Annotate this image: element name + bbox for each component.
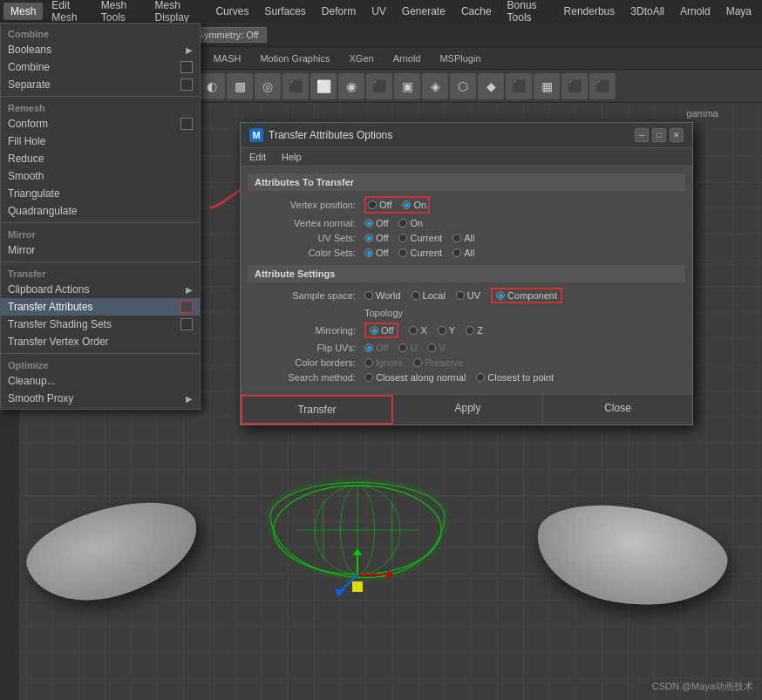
- uv-sets-off[interactable]: Off: [364, 233, 388, 243]
- radio-vertex-pos-off[interactable]: [368, 200, 377, 209]
- radio-mirror-x[interactable]: [409, 326, 418, 335]
- radio-color-current[interactable]: [398, 248, 407, 257]
- menu-generate[interactable]: Generate: [395, 3, 452, 20]
- shelf-icon-21[interactable]: ⬛: [561, 73, 588, 99]
- shelf-icon-8[interactable]: ◐: [199, 73, 225, 99]
- sample-uv[interactable]: UV: [456, 290, 480, 301]
- menu-item-smooth[interactable]: Smooth: [1, 167, 200, 185]
- radio-flip-off[interactable]: [364, 343, 373, 352]
- radio-color-off[interactable]: [364, 248, 373, 257]
- shelf-icon-15[interactable]: ▣: [394, 73, 420, 99]
- color-borders-ignore[interactable]: Ignore: [364, 357, 403, 368]
- tab-xgen[interactable]: XGen: [341, 51, 383, 66]
- shelf-icon-17[interactable]: ⬡: [450, 73, 476, 99]
- transfer-button[interactable]: Transfer: [241, 395, 393, 425]
- dialog-close-btn[interactable]: ✕: [670, 128, 684, 142]
- radio-sample-component[interactable]: [496, 291, 505, 300]
- radio-search-point[interactable]: [476, 373, 485, 382]
- shelf-icon-20[interactable]: ▦: [534, 73, 560, 99]
- transfer-shading-checkbox[interactable]: [180, 318, 193, 330]
- menu-item-cleanup[interactable]: Cleanup...: [1, 372, 200, 390]
- menu-arnold[interactable]: Arnold: [673, 3, 718, 20]
- menu-item-separate[interactable]: Separate: [1, 76, 200, 93]
- tab-mash[interactable]: MASH: [205, 51, 250, 66]
- dialog-maximize-btn[interactable]: □: [652, 128, 666, 142]
- color-borders-preserve[interactable]: Preserve: [413, 357, 463, 368]
- close-button[interactable]: Close: [543, 395, 692, 425]
- radio-color-all[interactable]: [452, 248, 461, 257]
- menu-item-conform[interactable]: Conform: [1, 115, 200, 133]
- radio-vertex-norm-on[interactable]: [398, 219, 407, 228]
- shelf-icon-14[interactable]: ⬛: [366, 73, 392, 99]
- menu-curves[interactable]: Curves: [208, 3, 255, 20]
- dialog-menu-help[interactable]: Help: [278, 150, 305, 164]
- tab-arnold[interactable]: Arnold: [384, 51, 430, 66]
- tab-motion-graphics[interactable]: Motion Graphics: [251, 51, 338, 66]
- flip-uvs-off[interactable]: Off: [364, 343, 388, 353]
- radio-flip-v[interactable]: [427, 343, 436, 352]
- radio-sample-local[interactable]: [412, 291, 420, 300]
- menu-mesh[interactable]: Mesh: [3, 3, 43, 20]
- menu-maya[interactable]: Maya: [719, 3, 759, 20]
- shelf-icon-12[interactable]: ⬜: [310, 73, 337, 99]
- sample-local[interactable]: Local: [412, 290, 446, 301]
- search-closest-normal[interactable]: Closest along normal: [364, 372, 466, 383]
- flip-uvs-u[interactable]: U: [398, 343, 417, 353]
- mirror-z[interactable]: Z: [466, 325, 483, 336]
- menu-cache[interactable]: Cache: [454, 3, 499, 20]
- radio-uv-off[interactable]: [364, 234, 373, 242]
- menu-surfaces[interactable]: Surfaces: [257, 3, 312, 20]
- apply-button[interactable]: Apply: [393, 395, 543, 425]
- menu-item-booleans[interactable]: Booleans ▶: [1, 41, 200, 58]
- shelf-icon-13[interactable]: ◉: [338, 73, 364, 99]
- menu-item-quadrangulate[interactable]: Quadrangulate: [1, 202, 200, 220]
- vertex-normal-off[interactable]: Off: [364, 218, 388, 228]
- shelf-icon-9[interactable]: ▩: [227, 73, 253, 99]
- menu-item-transfer-vertex[interactable]: Transfer Vertex Order: [1, 333, 200, 350]
- vertex-normal-on[interactable]: On: [398, 218, 423, 228]
- transfer-attributes-checkbox[interactable]: [180, 301, 193, 313]
- menu-bonus-tools[interactable]: Bonus Tools: [500, 0, 555, 26]
- shelf-icon-19[interactable]: ⬛: [506, 73, 532, 99]
- mirror-x[interactable]: X: [409, 325, 426, 336]
- radio-borders-ignore[interactable]: [364, 358, 373, 367]
- separate-checkbox[interactable]: [180, 78, 193, 91]
- shelf-icon-16[interactable]: ◈: [422, 73, 448, 99]
- radio-sample-uv[interactable]: [456, 291, 465, 300]
- color-sets-off[interactable]: Off: [364, 248, 388, 258]
- vertex-position-off[interactable]: Off: [368, 200, 391, 210]
- menu-item-mirror[interactable]: Mirror: [1, 241, 200, 259]
- dialog-menu-edit[interactable]: Edit: [246, 150, 269, 164]
- menu-deform[interactable]: Deform: [315, 3, 363, 20]
- menu-item-combine[interactable]: Combine: [1, 58, 200, 76]
- vertex-position-on[interactable]: On: [402, 200, 426, 210]
- conform-checkbox[interactable]: [180, 118, 193, 130]
- radio-vertex-norm-off[interactable]: [364, 219, 373, 228]
- menu-item-smooth-proxy[interactable]: Smooth Proxy ▶: [1, 390, 200, 407]
- uv-sets-all[interactable]: All: [452, 233, 474, 243]
- menu-3dto-all[interactable]: 3DtoAll: [623, 3, 671, 20]
- menu-item-clipboard-actions[interactable]: Clipboard Actions ▶: [1, 281, 200, 298]
- symmetry-dropdown[interactable]: Symmetry: Off: [190, 27, 267, 43]
- sample-world[interactable]: World: [364, 290, 401, 301]
- radio-uv-all[interactable]: [452, 234, 461, 242]
- menu-renderbus[interactable]: Renderbus: [557, 3, 623, 20]
- radio-borders-preserve[interactable]: [413, 358, 422, 367]
- shelf-icon-10[interactable]: ◎: [255, 73, 281, 99]
- menu-uv[interactable]: UV: [364, 3, 393, 20]
- shelf-icon-22[interactable]: ⬛: [589, 73, 616, 99]
- radio-sample-world[interactable]: [364, 291, 373, 300]
- search-closest-point[interactable]: Closest to point: [476, 372, 554, 383]
- combine-checkbox[interactable]: [180, 61, 193, 73]
- color-sets-current[interactable]: Current: [398, 248, 442, 258]
- menu-item-triangulate[interactable]: Triangulate: [1, 185, 200, 202]
- radio-mirror-z[interactable]: [466, 326, 474, 335]
- menu-item-fill-hole[interactable]: Fill Hole: [1, 133, 200, 150]
- dialog-minimize-btn[interactable]: ─: [635, 128, 649, 142]
- shelf-icon-11[interactable]: ⬛: [282, 73, 309, 99]
- mirror-y[interactable]: Y: [438, 325, 455, 336]
- shelf-icon-18[interactable]: ◆: [478, 73, 504, 99]
- radio-mirror-y[interactable]: [438, 326, 446, 335]
- tab-msplugin[interactable]: MSPlugin: [431, 51, 489, 66]
- menu-item-transfer-attributes[interactable]: Transfer Attributes: [1, 298, 200, 316]
